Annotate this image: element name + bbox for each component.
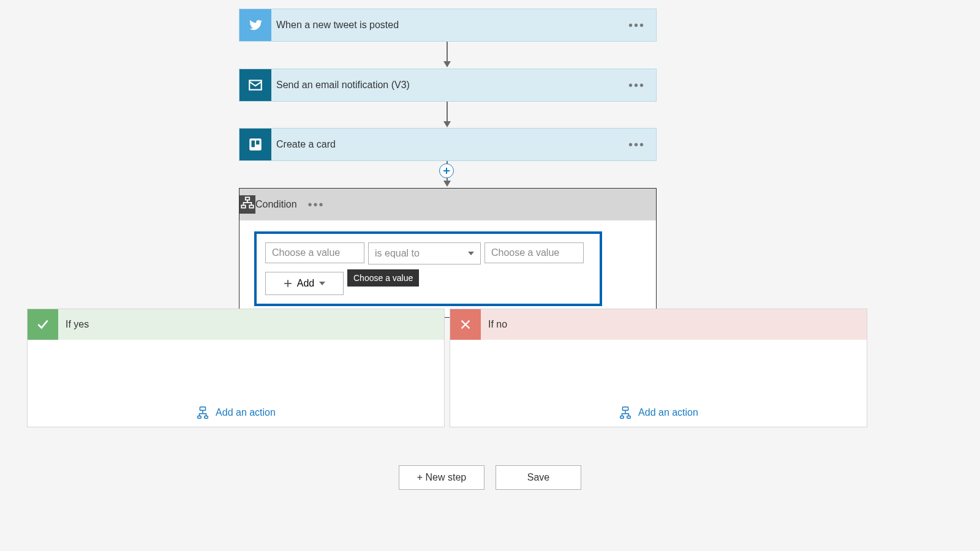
trello-icon — [239, 129, 271, 160]
svg-rect-6 — [249, 205, 254, 208]
new-step-button[interactable]: + New step — [399, 465, 484, 490]
condition-add-row-button[interactable]: Add — [265, 272, 344, 295]
add-action-label: Add an action — [216, 407, 276, 418]
expression-group: is equal to Add Choose a value — [254, 231, 602, 306]
svg-rect-10 — [622, 407, 628, 411]
condition-body: is equal to Add Choose a value — [239, 220, 656, 317]
svg-rect-5 — [241, 205, 246, 208]
add-action-icon — [196, 406, 209, 419]
step-label: When a new tweet is posted — [271, 20, 617, 31]
condition-card[interactable]: Condition ••• is equal to Add Ch — [239, 188, 657, 318]
footer-bar: + New step Save — [0, 465, 980, 490]
operator-label: is equal to — [375, 248, 420, 259]
step-label: Send an email notification (V3) — [271, 80, 617, 91]
branch-no-label: If no — [481, 319, 507, 330]
step-more-button[interactable]: ••• — [617, 81, 656, 89]
save-button[interactable]: Save — [496, 465, 581, 490]
step-more-button[interactable]: ••• — [617, 141, 656, 148]
svg-rect-9 — [205, 416, 208, 419]
step-twitter-trigger[interactable]: When a new tweet is posted ••• — [239, 9, 657, 42]
connector-arrow — [447, 102, 447, 127]
svg-rect-8 — [198, 416, 202, 419]
add-action-label: Add an action — [638, 407, 698, 418]
condition-header[interactable]: Condition ••• — [239, 189, 656, 220]
branch-no: If no Add an action — [450, 309, 867, 427]
svg-rect-7 — [200, 407, 205, 411]
insert-step-button[interactable] — [439, 163, 454, 178]
condition-operator-select[interactable]: is equal to — [368, 242, 481, 264]
branch-no-header[interactable]: If no — [450, 309, 867, 340]
chevron-down-icon — [468, 252, 474, 255]
svg-rect-1 — [249, 138, 262, 151]
step-create-card[interactable]: Create a card ••• — [239, 128, 657, 161]
branch-yes: If yes Add an action — [27, 309, 445, 427]
add-action-icon — [619, 406, 632, 419]
chevron-down-icon — [319, 282, 325, 285]
step-label: Create a card — [271, 139, 617, 150]
check-icon — [28, 309, 58, 340]
choose-value-tooltip: Choose a value — [347, 269, 419, 287]
condition-icon — [239, 195, 255, 214]
svg-rect-3 — [256, 141, 259, 145]
mail-icon — [239, 69, 271, 101]
condition-right-value-input[interactable] — [484, 242, 584, 263]
connector-arrow — [447, 42, 447, 67]
step-more-button[interactable]: ••• — [617, 21, 656, 29]
flow-canvas: When a new tweet is posted ••• Send an e… — [0, 0, 980, 551]
condition-left-value-input[interactable] — [265, 242, 364, 263]
branch-no-add-action[interactable]: Add an action — [619, 406, 698, 419]
svg-rect-11 — [620, 416, 624, 419]
twitter-icon — [239, 9, 271, 41]
close-icon — [450, 309, 481, 340]
svg-rect-12 — [627, 416, 631, 419]
condition-title: Condition — [255, 199, 297, 210]
svg-rect-4 — [246, 197, 250, 200]
condition-more-button[interactable]: ••• — [297, 201, 336, 208]
step-send-email[interactable]: Send an email notification (V3) ••• — [239, 69, 657, 102]
branch-yes-header[interactable]: If yes — [28, 309, 444, 340]
branch-yes-label: If yes — [58, 319, 89, 330]
add-label: Add — [297, 278, 314, 289]
branch-yes-add-action[interactable]: Add an action — [196, 406, 276, 419]
svg-rect-2 — [252, 141, 255, 148]
